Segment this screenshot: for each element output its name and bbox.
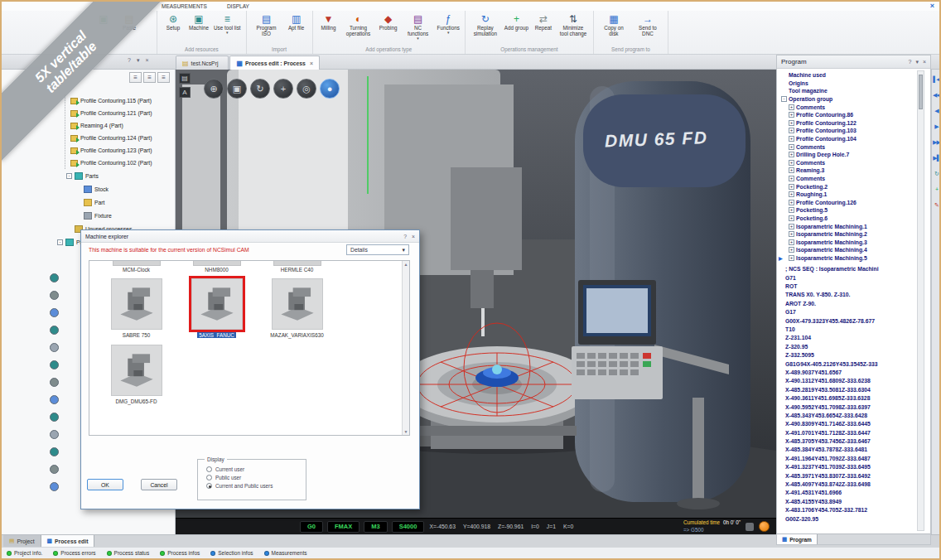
expand-toggle[interactable]: - — [57, 239, 63, 245]
status-indicator[interactable]: Selection infos — [210, 550, 253, 556]
status-indicator[interactable]: Project info. — [7, 550, 42, 556]
display-option[interactable]: Current and Public users — [206, 483, 306, 489]
gcode-line[interactable]: X-489.9037Y451.6567 — [785, 369, 930, 378]
machine-button[interactable]: ▣ Machine ▾ — [186, 12, 211, 31]
program-tree-item[interactable]: ▶ + Isoparametric Machining.3 — [779, 238, 930, 246]
tree-item[interactable]: Fixture — [55, 209, 173, 222]
machine-item-partial[interactable]: MCM-Clock — [96, 261, 176, 273]
close-icon[interactable]: × — [923, 59, 926, 65]
expand-toggle[interactable]: + — [789, 207, 794, 213]
expand-toggle[interactable]: + — [789, 136, 794, 142]
go-start-icon[interactable]: ▌◀ — [933, 76, 939, 83]
gcode-line[interactable]: X-485.343Y453.6654Z-333.6428 — [785, 413, 930, 421]
repeat-button[interactable]: ⇄ Repeat ▾ — [531, 12, 556, 31]
zoom-icon[interactable]: ⊕ — [204, 79, 224, 99]
send-to-dnc-button[interactable]: → Send to DNC ▾ — [631, 12, 664, 37]
program-tree-item[interactable]: ▶ - Operation group — [779, 95, 930, 104]
program-tree-item[interactable]: ▶ + Drilling Deep Hole.7 — [779, 151, 930, 159]
expand-toggle[interactable]: + — [789, 239, 794, 245]
replay-icon[interactable]: ↻ — [934, 171, 939, 177]
gcode-line[interactable]: AROT Z-90. — [785, 301, 930, 309]
cancel-button[interactable]: Cancel — [141, 479, 177, 490]
milling-button[interactable]: ▼ Milling ▾ — [316, 12, 341, 31]
details-dropdown[interactable]: Details ▾ — [346, 244, 409, 255]
machine-item[interactable]: SABRE 750 — [96, 278, 176, 338]
tree-node-icon[interactable] — [50, 465, 59, 474]
ok-button[interactable]: OK — [87, 479, 123, 490]
operation-item[interactable]: Reaming.4 (Part) — [70, 119, 173, 132]
expand-toggle[interactable]: + — [789, 112, 794, 118]
gcode-line[interactable]: ; NCS SEQ : Isoparametric Machini — [785, 266, 930, 274]
pan-view-icon[interactable]: + — [273, 79, 293, 99]
pin-icon[interactable]: ▾ — [915, 59, 919, 65]
program-tree-item[interactable]: ▶ + Comments — [779, 103, 930, 111]
tree-node-icon[interactable] — [50, 482, 59, 491]
machine-item[interactable]: 5AXIS_FANUC — [176, 278, 257, 338]
gcode-line[interactable]: X-485.4155Y453.8949 — [785, 499, 930, 507]
status-indicator[interactable]: Process infos — [160, 550, 200, 556]
expand-toggle[interactable]: + — [789, 160, 794, 166]
annotation-icon[interactable]: A — [179, 87, 191, 98]
gcode-line[interactable]: G00Z-320.95 — [785, 516, 930, 524]
status-orange-icon[interactable] — [759, 521, 770, 532]
status-indicator[interactable]: Measurements — [264, 550, 307, 556]
gcode-line[interactable]: X-485.3971Y453.8307Z-333.6492 — [785, 473, 930, 481]
help-icon[interactable]: ? — [908, 59, 911, 65]
machine-list-scrollbar[interactable]: ▲▼ — [402, 261, 409, 435]
expand-toggle[interactable]: + — [789, 215, 794, 221]
expand-toggle[interactable]: + — [789, 176, 794, 181]
go-end-icon[interactable]: ▶▌ — [933, 155, 939, 162]
gcode-line[interactable]: X-485.4097Y453.8742Z-333.6498 — [785, 481, 930, 490]
gcode-line[interactable]: G71 — [785, 275, 930, 283]
gcode-line[interactable]: X-485.2819Y453.5081Z-333.6304 — [785, 387, 930, 395]
gcode-line[interactable]: ROT — [785, 283, 930, 292]
program-tree-item[interactable]: ▶ + Isoparametric Machining.5 — [779, 254, 930, 263]
view-cube-icon[interactable]: ▣ — [227, 79, 247, 99]
tree-node-icon[interactable] — [50, 395, 59, 404]
machine-item[interactable]: DMG_DMU65-FD — [96, 345, 176, 404]
operation-item[interactable]: Profile Contouring.115 (Part) — [70, 94, 173, 107]
program-tree-item[interactable]: ▶ + Pocketing.2 — [779, 182, 930, 191]
rotate-view-icon[interactable]: ↻ — [250, 79, 270, 99]
tree-item[interactable]: - Parts — [55, 169, 173, 182]
machine-item[interactable]: MAZAK_VARIAXIS630 — [257, 278, 337, 338]
program-tree-item[interactable]: ▶ + Pocketing.6 — [779, 215, 930, 223]
gcode-line[interactable]: X-491.0701Y451.7128Z-333.6447 — [785, 430, 930, 438]
tree-node-icon[interactable] — [50, 413, 59, 422]
expand-toggle[interactable]: + — [789, 184, 794, 190]
gcode-line[interactable]: Z-320.95 — [785, 344, 930, 352]
expand-toggle[interactable]: + — [789, 231, 794, 237]
expand-toggle[interactable]: - — [66, 173, 72, 179]
expand-toggle[interactable]: + — [789, 167, 794, 173]
step-backward-icon[interactable]: ◀ — [934, 108, 938, 114]
replay-simulation-button[interactable]: ↻ Replay simulation ▾ — [469, 12, 502, 37]
expand-toggle[interactable]: + — [789, 255, 794, 261]
gcode-line[interactable]: X-491.1964Y451.7092Z-333.6487 — [785, 456, 930, 464]
scrollbar-thumb[interactable] — [919, 75, 923, 109]
gcode-line[interactable]: G00X-479.3323Y455.4826Z-78.677 — [785, 318, 930, 326]
program-tree-item[interactable]: ▶ + Pocketing.5 — [779, 206, 930, 215]
gcode-line[interactable]: X-490.3611Y451.6985Z-333.6328 — [785, 395, 930, 403]
detail-view-icon[interactable]: ≡ — [143, 72, 156, 83]
menu-tab[interactable]: MEASUREMENTS — [162, 3, 207, 9]
tree-item[interactable]: Stock — [55, 182, 173, 196]
expand-toggle[interactable]: + — [789, 120, 794, 126]
machine-item-partial[interactable]: HERMLE C40 — [257, 261, 337, 273]
probing-button[interactable]: ◆ Probing ▾ — [376, 12, 401, 31]
close-icon[interactable]: × — [145, 57, 148, 64]
add-icon[interactable]: + — [935, 186, 938, 193]
fit-view-icon[interactable]: ◎ — [297, 79, 316, 99]
program-tree-item[interactable]: ▶ + Comments — [779, 175, 930, 183]
program-tree-item[interactable]: ▶ Origins — [779, 80, 930, 88]
program-tree-item[interactable]: ▶ + Profile Contouring.103 — [779, 127, 930, 135]
operation-item[interactable]: Profile Contouring.121 (Part) — [70, 107, 173, 119]
setup-button[interactable]: ⊛ Setup ▾ — [161, 12, 186, 31]
help-icon[interactable]: ? — [128, 57, 131, 64]
status-indicator[interactable]: Process errors — [53, 550, 95, 556]
tab-close-icon[interactable]: × — [310, 60, 313, 66]
gcode-line[interactable]: TRANS X0. Y-850. Z-310. — [785, 292, 930, 300]
tree-item[interactable]: Part — [55, 196, 173, 209]
edit-icon[interactable]: ✎ — [934, 202, 939, 209]
display-option[interactable]: Public user — [206, 475, 306, 480]
radio-icon[interactable] — [206, 483, 212, 489]
